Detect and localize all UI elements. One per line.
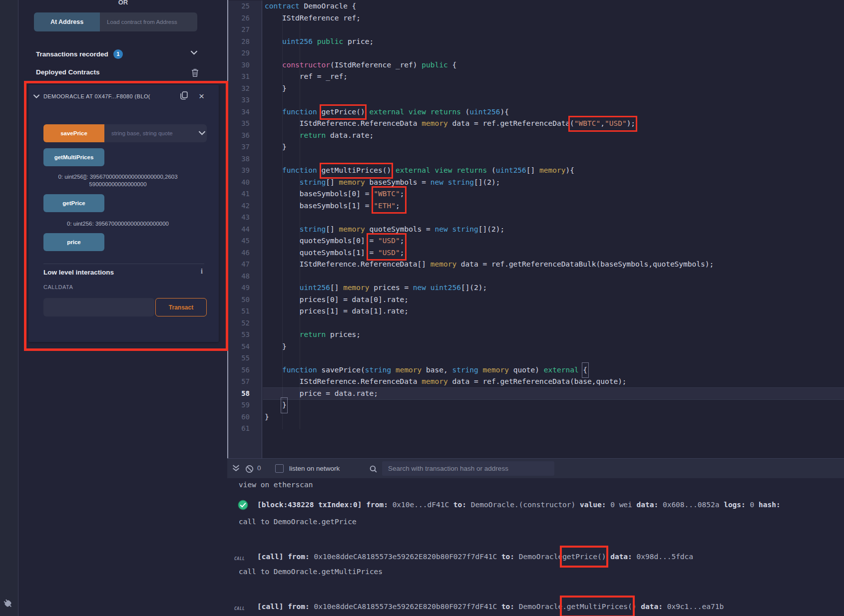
code-line: quoteSymbols[1] = "USD";: [263, 247, 844, 259]
success-check-icon: [238, 500, 248, 513]
log-text: [call] from: 0x10e8ddeCA8185573e59262E82…: [257, 551, 693, 562]
code-line: function savePrice(string memory base, s…: [263, 364, 844, 376]
line-number: 57: [228, 376, 262, 388]
code-line: function getMultiPrices() external view …: [263, 165, 844, 177]
trash-icon[interactable]: [191, 68, 199, 79]
code-line: IStdReference.ReferenceData memory data …: [263, 376, 844, 388]
code-line: ref = _ref;: [263, 71, 844, 83]
transact-button[interactable]: Transact: [155, 298, 207, 316]
line-number: 36: [228, 130, 262, 142]
line-number: 49: [228, 282, 262, 294]
editor-code-area[interactable]: contract DemoOracle { IStdReference ref;…: [263, 0, 844, 459]
get-price-output: 0: uint256: 39567000000000000000000: [35, 220, 200, 228]
code-line: }: [263, 83, 844, 95]
terminal-row: view on etherscan: [227, 479, 844, 490]
code-line: return prices;: [263, 329, 844, 341]
code-line: constructor(IStdReference _ref) public {: [263, 59, 844, 71]
line-number: 38: [228, 153, 262, 165]
code-line: }: [263, 141, 844, 153]
at-address-button[interactable]: At Address: [34, 12, 100, 31]
code-line: contract DemoOracle {: [263, 0, 844, 12]
listen-on-network-checkbox[interactable]: [275, 464, 284, 473]
line-number: 52: [228, 317, 262, 329]
contract-card-header[interactable]: DEMOORACLE AT 0X47F...F8080 (BLO( ×: [33, 91, 214, 102]
calldata-input[interactable]: [43, 298, 154, 316]
line-number: 34: [228, 106, 262, 118]
get-multi-prices-button[interactable]: getMultiPrices: [43, 148, 104, 166]
deployed-contract-card: DEMOORACLE AT 0X47F...F8080 (BLO( × save…: [28, 85, 219, 342]
code-line: [263, 94, 844, 106]
code-line: [263, 271, 844, 283]
chevron-down-icon[interactable]: [191, 50, 197, 55]
terminal-row: CALL[call] from: 0x10e8ddeCA8185573e5926…: [227, 601, 844, 612]
expand-params-icon[interactable]: [199, 131, 205, 135]
calldata-label: CALLDATA: [43, 284, 73, 290]
output-line: 0: uint256[]: 39567000000000000000000,26…: [35, 173, 200, 181]
line-number: 43: [228, 212, 262, 224]
code-line: [263, 24, 844, 36]
output-line: 590000000000000000: [35, 181, 200, 188]
save-price-args-input[interactable]: [104, 124, 207, 142]
search-icon: [369, 465, 378, 475]
line-number: 40: [228, 177, 262, 189]
code-line: }: [263, 341, 844, 353]
line-number: 42: [228, 200, 262, 212]
line-number: 44: [228, 224, 262, 236]
plugin-manager-icon[interactable]: [2, 597, 14, 612]
code-line: price = data.rate;: [263, 388, 844, 400]
at-address-input[interactable]: [100, 12, 197, 31]
line-number: 46: [228, 247, 262, 259]
line-number: 37: [228, 141, 262, 153]
remix-ide-window: OR At Address Transactions recorded1 Dep…: [0, 0, 844, 616]
terminal-toolbar: 0 listen on network: [227, 458, 844, 478]
annotation-box: getPrice(): [562, 553, 606, 561]
contract-instance-title: DEMOORACLE AT 0X47F...F8080 (BLO(: [43, 93, 168, 99]
line-number: 51: [228, 306, 262, 317]
code-line: IStdReference.ReferenceData memory data …: [263, 118, 844, 130]
left-icon-strip: [0, 0, 18, 616]
code-line: return data.rate;: [263, 130, 844, 142]
copy-address-icon[interactable]: [180, 91, 188, 102]
editor-gutter: 2526272829303132333435363738394041424344…: [228, 0, 262, 459]
log-text: call to DemoOracle.getPrice: [239, 516, 357, 527]
terminal-search-input[interactable]: [382, 461, 554, 476]
terminal-row: [block:438228 txIndex:0] from: 0x10e...d…: [227, 499, 844, 510]
info-icon[interactable]: i: [201, 268, 203, 276]
code-line: uint256 public price;: [263, 36, 844, 48]
line-number: 61: [228, 423, 262, 435]
transactions-recorded-label: Transactions recorded: [36, 50, 108, 58]
get-price-button[interactable]: getPrice: [43, 194, 104, 212]
code-line: IStdReference.ReferenceData[] memory dat…: [263, 259, 844, 271]
call-badge: CALL: [234, 554, 245, 565]
code-line: quoteSymbols[0] = "USD";: [263, 235, 844, 247]
code-line: prices[1] = data[1].rate;: [263, 306, 844, 317]
line-number: 39: [228, 165, 262, 177]
code-line: function getPrice() external view return…: [263, 106, 844, 118]
code-line: [263, 153, 844, 165]
close-icon[interactable]: ×: [199, 93, 204, 100]
terminal-row: call to DemoOracle.getMultiPrices: [227, 566, 844, 577]
clear-console-icon[interactable]: [245, 465, 254, 475]
code-line: baseSymbols[0] = "WBTC";: [263, 188, 844, 200]
terminal-log[interactable]: view on etherscan[block:438228 txIndex:0…: [227, 478, 844, 616]
save-price-button[interactable]: savePrice: [43, 124, 104, 142]
chevron-down-icon[interactable]: [33, 94, 39, 98]
price-button[interactable]: price: [43, 233, 104, 251]
line-number: 28: [228, 36, 262, 48]
collapse-terminal-icon[interactable]: [232, 465, 240, 474]
code-line: [263, 352, 844, 364]
line-number: 50: [228, 294, 262, 306]
line-number: 55: [228, 352, 262, 364]
terminal-row: CALL[call] from: 0x10e8ddeCA8185573e5926…: [227, 551, 844, 562]
line-number: 48: [228, 271, 262, 283]
log-text: call to DemoOracle.getMultiPrices: [239, 566, 383, 577]
code-editor[interactable]: 2526272829303132333435363738394041424344…: [227, 0, 844, 459]
calldata-row: Transact: [43, 298, 207, 316]
call-badge: CALL: [234, 604, 245, 615]
deployed-contracts-label: Deployed Contracts: [36, 68, 100, 76]
line-number: 54: [228, 341, 262, 353]
line-number: 27: [228, 24, 262, 36]
log-text: view on etherscan: [239, 479, 313, 490]
code-line: string[] memory quoteSymbols = new strin…: [263, 224, 844, 236]
code-line: }: [263, 411, 844, 423]
